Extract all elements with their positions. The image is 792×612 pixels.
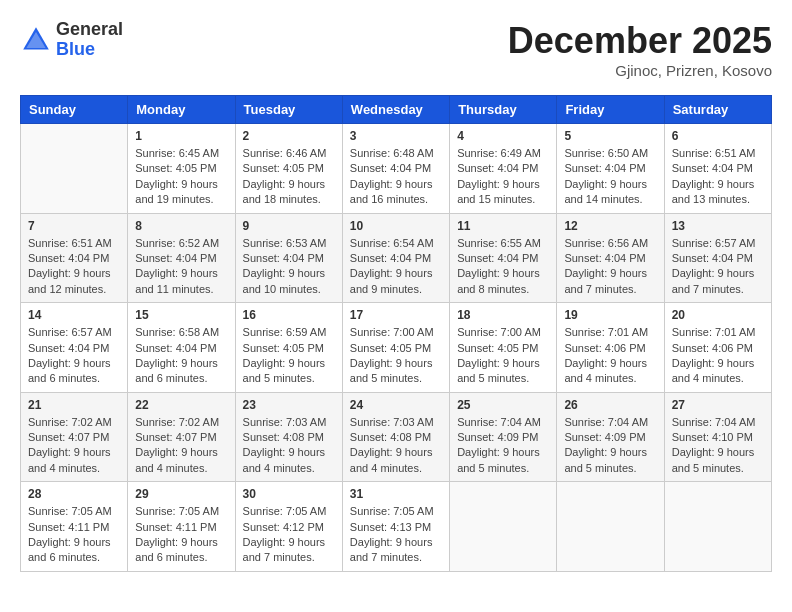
- day-info: Sunrise: 7:04 AMSunset: 4:10 PMDaylight:…: [672, 415, 764, 477]
- calendar-day-cell: 26Sunrise: 7:04 AMSunset: 4:09 PMDayligh…: [557, 392, 664, 482]
- calendar-header-row: SundayMondayTuesdayWednesdayThursdayFrid…: [21, 96, 772, 124]
- day-info: Sunrise: 7:03 AMSunset: 4:08 PMDaylight:…: [350, 415, 442, 477]
- day-number: 15: [135, 308, 227, 322]
- day-info: Sunrise: 7:05 AMSunset: 4:11 PMDaylight:…: [135, 504, 227, 566]
- day-number: 23: [243, 398, 335, 412]
- calendar-table: SundayMondayTuesdayWednesdayThursdayFrid…: [20, 95, 772, 572]
- calendar-day-cell: [557, 482, 664, 572]
- calendar-day-cell: 9Sunrise: 6:53 AMSunset: 4:04 PMDaylight…: [235, 213, 342, 303]
- day-info: Sunrise: 7:04 AMSunset: 4:09 PMDaylight:…: [457, 415, 549, 477]
- day-info: Sunrise: 6:48 AMSunset: 4:04 PMDaylight:…: [350, 146, 442, 208]
- day-number: 21: [28, 398, 120, 412]
- day-number: 12: [564, 219, 656, 233]
- day-number: 11: [457, 219, 549, 233]
- day-info: Sunrise: 7:04 AMSunset: 4:09 PMDaylight:…: [564, 415, 656, 477]
- day-info: Sunrise: 6:46 AMSunset: 4:05 PMDaylight:…: [243, 146, 335, 208]
- column-header-saturday: Saturday: [664, 96, 771, 124]
- calendar-day-cell: 18Sunrise: 7:00 AMSunset: 4:05 PMDayligh…: [450, 303, 557, 393]
- calendar-day-cell: 22Sunrise: 7:02 AMSunset: 4:07 PMDayligh…: [128, 392, 235, 482]
- calendar-day-cell: 21Sunrise: 7:02 AMSunset: 4:07 PMDayligh…: [21, 392, 128, 482]
- calendar-day-cell: [450, 482, 557, 572]
- day-info: Sunrise: 6:49 AMSunset: 4:04 PMDaylight:…: [457, 146, 549, 208]
- column-header-thursday: Thursday: [450, 96, 557, 124]
- day-number: 1: [135, 129, 227, 143]
- calendar-week-row: 14Sunrise: 6:57 AMSunset: 4:04 PMDayligh…: [21, 303, 772, 393]
- day-info: Sunrise: 6:53 AMSunset: 4:04 PMDaylight:…: [243, 236, 335, 298]
- day-number: 3: [350, 129, 442, 143]
- calendar-day-cell: 24Sunrise: 7:03 AMSunset: 4:08 PMDayligh…: [342, 392, 449, 482]
- day-number: 2: [243, 129, 335, 143]
- day-info: Sunrise: 7:05 AMSunset: 4:13 PMDaylight:…: [350, 504, 442, 566]
- column-header-wednesday: Wednesday: [342, 96, 449, 124]
- calendar-day-cell: [664, 482, 771, 572]
- day-info: Sunrise: 6:55 AMSunset: 4:04 PMDaylight:…: [457, 236, 549, 298]
- day-info: Sunrise: 6:51 AMSunset: 4:04 PMDaylight:…: [28, 236, 120, 298]
- calendar-day-cell: 13Sunrise: 6:57 AMSunset: 4:04 PMDayligh…: [664, 213, 771, 303]
- location: Gjinoc, Prizren, Kosovo: [508, 62, 772, 79]
- calendar-day-cell: 11Sunrise: 6:55 AMSunset: 4:04 PMDayligh…: [450, 213, 557, 303]
- day-number: 22: [135, 398, 227, 412]
- calendar-day-cell: 19Sunrise: 7:01 AMSunset: 4:06 PMDayligh…: [557, 303, 664, 393]
- calendar-week-row: 7Sunrise: 6:51 AMSunset: 4:04 PMDaylight…: [21, 213, 772, 303]
- day-info: Sunrise: 6:59 AMSunset: 4:05 PMDaylight:…: [243, 325, 335, 387]
- calendar-day-cell: 5Sunrise: 6:50 AMSunset: 4:04 PMDaylight…: [557, 124, 664, 214]
- day-number: 9: [243, 219, 335, 233]
- day-info: Sunrise: 6:54 AMSunset: 4:04 PMDaylight:…: [350, 236, 442, 298]
- day-number: 10: [350, 219, 442, 233]
- calendar-day-cell: 27Sunrise: 7:04 AMSunset: 4:10 PMDayligh…: [664, 392, 771, 482]
- day-info: Sunrise: 7:05 AMSunset: 4:12 PMDaylight:…: [243, 504, 335, 566]
- day-info: Sunrise: 6:50 AMSunset: 4:04 PMDaylight:…: [564, 146, 656, 208]
- day-number: 16: [243, 308, 335, 322]
- calendar-day-cell: 14Sunrise: 6:57 AMSunset: 4:04 PMDayligh…: [21, 303, 128, 393]
- day-number: 4: [457, 129, 549, 143]
- calendar-day-cell: 29Sunrise: 7:05 AMSunset: 4:11 PMDayligh…: [128, 482, 235, 572]
- day-info: Sunrise: 7:03 AMSunset: 4:08 PMDaylight:…: [243, 415, 335, 477]
- calendar-day-cell: 30Sunrise: 7:05 AMSunset: 4:12 PMDayligh…: [235, 482, 342, 572]
- day-number: 8: [135, 219, 227, 233]
- calendar-day-cell: 15Sunrise: 6:58 AMSunset: 4:04 PMDayligh…: [128, 303, 235, 393]
- day-info: Sunrise: 7:05 AMSunset: 4:11 PMDaylight:…: [28, 504, 120, 566]
- day-number: 26: [564, 398, 656, 412]
- day-number: 31: [350, 487, 442, 501]
- logo-general: General: [56, 19, 123, 39]
- day-number: 7: [28, 219, 120, 233]
- day-number: 5: [564, 129, 656, 143]
- calendar-day-cell: 16Sunrise: 6:59 AMSunset: 4:05 PMDayligh…: [235, 303, 342, 393]
- day-number: 29: [135, 487, 227, 501]
- day-info: Sunrise: 6:51 AMSunset: 4:04 PMDaylight:…: [672, 146, 764, 208]
- logo-icon: [20, 24, 52, 56]
- day-info: Sunrise: 7:00 AMSunset: 4:05 PMDaylight:…: [350, 325, 442, 387]
- calendar-day-cell: 10Sunrise: 6:54 AMSunset: 4:04 PMDayligh…: [342, 213, 449, 303]
- month-title: December 2025: [508, 20, 772, 62]
- column-header-tuesday: Tuesday: [235, 96, 342, 124]
- day-number: 18: [457, 308, 549, 322]
- calendar-day-cell: [21, 124, 128, 214]
- calendar-day-cell: 4Sunrise: 6:49 AMSunset: 4:04 PMDaylight…: [450, 124, 557, 214]
- logo-text: General Blue: [56, 20, 123, 60]
- day-number: 6: [672, 129, 764, 143]
- day-info: Sunrise: 6:45 AMSunset: 4:05 PMDaylight:…: [135, 146, 227, 208]
- column-header-sunday: Sunday: [21, 96, 128, 124]
- day-number: 17: [350, 308, 442, 322]
- calendar-day-cell: 7Sunrise: 6:51 AMSunset: 4:04 PMDaylight…: [21, 213, 128, 303]
- day-info: Sunrise: 7:01 AMSunset: 4:06 PMDaylight:…: [672, 325, 764, 387]
- calendar-week-row: 28Sunrise: 7:05 AMSunset: 4:11 PMDayligh…: [21, 482, 772, 572]
- day-info: Sunrise: 6:57 AMSunset: 4:04 PMDaylight:…: [28, 325, 120, 387]
- day-number: 25: [457, 398, 549, 412]
- calendar-day-cell: 17Sunrise: 7:00 AMSunset: 4:05 PMDayligh…: [342, 303, 449, 393]
- calendar-day-cell: 28Sunrise: 7:05 AMSunset: 4:11 PMDayligh…: [21, 482, 128, 572]
- day-number: 28: [28, 487, 120, 501]
- calendar-day-cell: 6Sunrise: 6:51 AMSunset: 4:04 PMDaylight…: [664, 124, 771, 214]
- day-number: 19: [564, 308, 656, 322]
- day-info: Sunrise: 6:56 AMSunset: 4:04 PMDaylight:…: [564, 236, 656, 298]
- day-number: 24: [350, 398, 442, 412]
- calendar-day-cell: 23Sunrise: 7:03 AMSunset: 4:08 PMDayligh…: [235, 392, 342, 482]
- day-number: 13: [672, 219, 764, 233]
- column-header-monday: Monday: [128, 96, 235, 124]
- calendar-day-cell: 3Sunrise: 6:48 AMSunset: 4:04 PMDaylight…: [342, 124, 449, 214]
- day-number: 14: [28, 308, 120, 322]
- title-block: December 2025 Gjinoc, Prizren, Kosovo: [508, 20, 772, 79]
- day-info: Sunrise: 6:52 AMSunset: 4:04 PMDaylight:…: [135, 236, 227, 298]
- logo: General Blue: [20, 20, 123, 60]
- calendar-day-cell: 25Sunrise: 7:04 AMSunset: 4:09 PMDayligh…: [450, 392, 557, 482]
